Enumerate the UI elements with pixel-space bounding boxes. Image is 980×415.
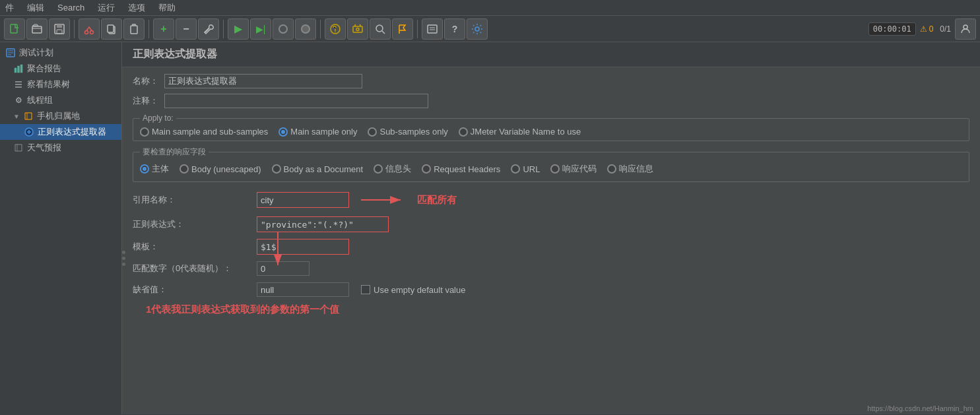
add-button[interactable]: + [153,18,174,40]
stop-circle-button[interactable] [273,18,294,40]
radio-url[interactable]: URL [511,164,540,174]
radio-response-info[interactable]: 响应信息 [607,163,653,175]
menu-edit[interactable]: 编辑 [24,1,47,15]
svg-rect-20 [20,65,22,73]
sidebar: 测试计划 聚合报告 察看结果树 ⚙ 线程组 ▼ 手机归属地 [0,42,122,414]
radio-jmeter-var[interactable]: JMeter Variable Name to use [459,127,581,137]
svg-rect-18 [15,68,16,73]
ref-name-input[interactable] [257,192,349,208]
radio-dot-request-headers [422,164,431,174]
help-btn[interactable]: ? [444,18,465,40]
svg-rect-19 [18,66,20,73]
menu-run[interactable]: 运行 [95,1,117,15]
regex-row: 正则表达式： [133,216,969,232]
radio-sub-only[interactable]: Sub-samples only [368,127,447,137]
radio-label-body-doc: Body as a Document [284,164,364,174]
gear-btn[interactable] [467,18,488,40]
list-btn[interactable] [422,18,443,40]
profile-btn[interactable] [955,18,976,40]
svg-point-6 [90,30,94,34]
play-start-button[interactable]: ▶| [250,18,271,40]
radio-response-code[interactable]: 响应代码 [550,163,597,175]
match-no-input[interactable] [257,261,310,276]
sep4 [320,20,321,38]
sidebar-label-thread-group: 线程组 [27,94,53,106]
radio-label-response-info: 响应信息 [619,163,653,175]
radio-label-main-sub: Main sample and sub-samples [152,127,268,137]
content-area: 正则表达式提取器 名称： 注释： Apply to: Main sample a… [122,42,980,414]
radio-request-headers[interactable]: Request Headers [422,164,500,174]
menu-file[interactable]: 件 [3,1,16,15]
menu-options[interactable]: 选项 [125,1,148,15]
svg-point-14 [376,25,383,32]
stop-button[interactable] [295,18,316,40]
sidebar-item-weather[interactable]: 天气预报 [0,140,121,156]
ref-name-row: 引用名称： 匹配所有 [133,190,969,210]
svg-rect-1 [32,26,42,33]
timer-display: 00:00:01 [868,22,916,36]
warning-icon: ⚠ [920,24,927,34]
svg-rect-4 [57,30,62,34]
sidebar-item-aggregate[interactable]: 聚合报告 [0,61,121,77]
menu-help[interactable]: 帮助 [156,1,178,15]
warning-indicator: ⚠ 0 [917,23,936,35]
name-row: 名称： [133,74,969,88]
radio-label-jmeter-var: JMeter Variable Name to use [471,127,581,137]
flag-btn[interactable] [392,18,413,40]
weather-icon [13,143,24,153]
svg-point-5 [85,30,88,34]
minus-button[interactable]: − [176,18,197,40]
radio-main-sub[interactable]: Main sample and sub-samples [140,127,268,137]
comment-input[interactable] [164,94,428,108]
sidebar-item-test-plan[interactable]: 测试计划 [0,45,121,61]
open-button[interactable] [26,18,48,40]
wrench-button[interactable] [198,18,219,40]
annotation2-container: 1代表我正则表达式获取到的参数的第一个值 [146,303,969,316]
comment-label: 注释： [133,95,159,107]
use-empty-checkbox[interactable]: Use empty default value [361,285,465,295]
monster-btn1[interactable] [325,18,346,40]
radio-dot-response-info [607,164,616,174]
menu-search[interactable]: Search [55,1,87,14]
template-input[interactable] [257,239,349,255]
svg-point-13 [356,28,359,30]
apply-to-radio-group: Main sample and sub-samples Main sample … [140,127,962,137]
radio-dot-url [511,164,520,174]
copy-button[interactable] [101,18,122,40]
footer-url: https://blog.csdn.net/Hanmin_hm [867,404,973,412]
sidebar-item-phone-home[interactable]: ▼ 手机归属地 [0,108,121,124]
sidebar-item-regex-extractor[interactable]: 正则表达式提取器 [0,124,121,140]
svg-rect-9 [131,26,137,34]
sidebar-item-thread-group[interactable]: ⚙ 线程组 [0,92,121,108]
sidebar-item-results-tree[interactable]: 察看结果树 [0,77,121,92]
radio-headers[interactable]: 信息头 [374,163,411,175]
radio-label-request-headers: Request Headers [434,164,500,174]
monster-btn2[interactable] [347,18,368,40]
svg-point-16 [964,25,967,29]
default-input[interactable] [257,282,349,297]
results-tree-icon [13,79,24,90]
play-button[interactable]: ▶ [228,18,249,40]
paste-button[interactable] [123,18,145,40]
radio-main-only[interactable]: Main sample only [278,127,357,137]
radio-body-doc[interactable]: Body as a Document [272,164,364,174]
radio-dot-headers [374,164,383,174]
menubar: 件 编辑 Search 运行 选项 帮助 [0,0,980,16]
svg-rect-8 [108,25,114,32]
new-button[interactable] [4,18,25,40]
name-input[interactable] [164,74,362,88]
radio-body-unescaped[interactable]: Body (unescaped) [180,164,261,174]
thread-counter: 0/1 [937,23,954,35]
radio-body[interactable]: 主体 [140,163,169,175]
save-button[interactable] [49,18,70,40]
svg-point-11 [335,31,336,32]
svg-rect-0 [11,24,17,33]
default-label: 缺省值： [133,284,251,296]
regex-input[interactable] [257,216,389,232]
test-plan-icon [5,48,16,58]
search-btn[interactable] [370,18,391,40]
cut-button[interactable] [79,18,100,40]
radio-label-headers: 信息头 [385,163,411,175]
radio-dot-body-doc [272,164,281,174]
radio-dot-main-sub [140,127,149,137]
